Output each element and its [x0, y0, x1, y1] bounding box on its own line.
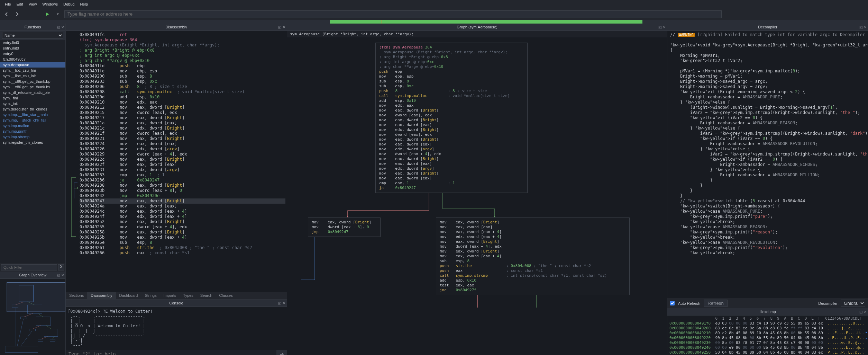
- disasm-line[interactable]: 0x08049212 mov eax, dword [Bright]: [80, 105, 285, 110]
- function-item[interactable]: sym._dl_relocate_static_pie: [0, 90, 65, 95]
- menu-windows[interactable]: Windows: [39, 1, 61, 7]
- tab-sections[interactable]: Sections: [66, 292, 87, 299]
- functions-sort-select[interactable]: Name: [2, 32, 63, 39]
- function-item[interactable]: sym._fini: [0, 95, 65, 101]
- hexdump-view[interactable]: 0 1 2 3 4 5 6 7 8 9 A B C D E F 01234567…: [667, 316, 868, 355]
- decompiler-select[interactable]: Ghidra: [841, 300, 865, 307]
- disasm-line[interactable]: 0x08049200 sub esp, 8: [80, 74, 285, 79]
- tab-imports[interactable]: Imports: [160, 292, 180, 299]
- disasm-line[interactable]: ; arg int argc @ ebp+0xc: [80, 53, 285, 58]
- function-item[interactable]: sym._init: [0, 101, 65, 106]
- function-item[interactable]: sym.Aeropause: [0, 62, 65, 68]
- disasm-line[interactable]: 0x08049258 mov eax, dword [Bright]: [80, 230, 285, 235]
- disasm-line[interactable]: 0x080491fe mov ebp, esp: [80, 69, 285, 74]
- disasm-line[interactable]: 0x08049261 push str.the ; 0x804a008 ; "t…: [80, 245, 285, 250]
- disasm-line[interactable]: ; arg char **argv @ ebp+0x10: [80, 58, 285, 63]
- auto-refresh-checkbox[interactable]: [670, 301, 675, 305]
- function-item[interactable]: sym.__x86.get_pc_thunk.bp: [0, 79, 65, 84]
- graph-node-entry[interactable]: (fcn) sym.Aeropause 364 sym.Aeropause (B…: [375, 43, 528, 193]
- disasm-line[interactable]: 0x08049206 push 8 ; 8 ; size_t size: [80, 84, 285, 89]
- restore-icon[interactable]: ◱: [278, 301, 281, 305]
- function-item[interactable]: sym.__libc_csu_fini: [0, 68, 65, 73]
- disasm-line[interactable]: 0x08049215 mov dword [eax], edx: [80, 110, 285, 115]
- tab-strings[interactable]: Strings: [141, 292, 160, 299]
- disasm-line[interactable]: 0x0804924c mov eax, dword [eax + 4]: [80, 209, 285, 214]
- function-item[interactable]: entry.init0: [0, 45, 65, 51]
- disasm-line[interactable]: 0x0804922c mov eax, dword [Bright]: [80, 157, 285, 162]
- disasm-line[interactable]: 0x0804925e sub esp, 8: [80, 240, 285, 245]
- disasm-line[interactable]: 0x0804925b mov eax, dword [eax + 4]: [80, 235, 285, 240]
- function-item[interactable]: sym.__x86.get_pc_thunk.bx: [0, 84, 65, 90]
- disasm-line[interactable]: 0x080491fc ret: [80, 32, 285, 37]
- restore-icon[interactable]: ◱: [57, 273, 60, 277]
- disasm-line[interactable]: 0x08049266 push eax ; const char *s1: [80, 250, 285, 256]
- close-icon[interactable]: ✕: [864, 25, 867, 29]
- restore-icon[interactable]: ◱: [859, 25, 862, 29]
- disasm-line[interactable]: 0x08049210 mov edx, eax: [80, 100, 285, 105]
- function-item[interactable]: sym.register_tm_clones: [0, 140, 65, 145]
- function-item[interactable]: sym.imp.malloc: [0, 123, 65, 128]
- section-minimap[interactable]: [0, 20, 868, 24]
- function-item[interactable]: sym.__libc_csu_init: [0, 73, 65, 79]
- function-item[interactable]: fcn.080490c7: [0, 56, 65, 62]
- tab-disassembly[interactable]: Disassembly: [87, 292, 116, 299]
- graph-node-false[interactable]: mov eax, dword [Bright] mov dword [eax +…: [308, 218, 381, 237]
- disasm-line[interactable]: ; arg Bright *Bright @ ebp+0x8: [80, 48, 285, 53]
- disasm-line[interactable]: 0x0804923b mov dword [eax + 8], 0: [80, 188, 285, 193]
- tab-types[interactable]: Types: [180, 292, 197, 299]
- disasm-line[interactable]: 0x0804922f mov eax, dword [eax]: [80, 162, 285, 167]
- disasm-line[interactable]: 0x0804921f mov dword [eax], edx: [80, 131, 285, 136]
- run-button[interactable]: [44, 10, 51, 18]
- tab-search[interactable]: Search: [197, 292, 216, 299]
- disasm-line[interactable]: 0x08049255 mov dword [eax + 4], edx: [80, 224, 285, 230]
- function-item[interactable]: sym.deregister_tm_clones: [0, 106, 65, 112]
- disasm-line[interactable]: 0x0804921c mov edx, dword [Bright]: [80, 126, 285, 131]
- run-dropdown-button[interactable]: [54, 10, 62, 18]
- disasm-line[interactable]: 0x0804920d add esp, 0x10: [80, 95, 285, 100]
- nav-forward-button[interactable]: [13, 10, 21, 18]
- disasm-line[interactable]: 0x08049231 mov edx, dword [argv]: [80, 167, 285, 172]
- console-send-button[interactable]: [276, 350, 287, 355]
- functions-filter-input[interactable]: [1, 264, 57, 270]
- hex-scroll-down-icon[interactable]: ▾: [865, 336, 867, 341]
- disassembly-view[interactable]: 0x080491fc ret (fcn) sym.Aeropause 364 s…: [66, 31, 287, 292]
- hex-scroll-up-icon[interactable]: ▴: [865, 330, 867, 335]
- graph-canvas[interactable]: (fcn) sym.Aeropause 364 sym.Aeropause (B…: [287, 37, 667, 355]
- disasm-line[interactable]: 0x08049252 mov eax, dword [Bright]: [80, 219, 285, 224]
- disasm-line[interactable]: (fcn) sym.Aeropause 364: [80, 37, 285, 43]
- disasm-line[interactable]: sym.Aeropause (Bright *Bright, int argc,…: [80, 43, 285, 48]
- disasm-line[interactable]: 0x08049242 jmp 0x804930e: [80, 193, 285, 198]
- disasm-line[interactable]: 0x0804924a mov eax, dword [eax]: [80, 204, 285, 209]
- close-icon[interactable]: ✕: [663, 25, 666, 29]
- disasm-line[interactable]: 0x08049238 mov eax, dword [Bright]: [80, 183, 285, 188]
- filter-clear-button[interactable]: X: [58, 264, 64, 270]
- disasm-line[interactable]: 0x08049203 sub esp, 0xc: [80, 79, 285, 84]
- close-icon[interactable]: ✕: [61, 25, 64, 29]
- restore-icon[interactable]: ◱: [57, 25, 60, 29]
- disasm-line[interactable]: 0x08049247 mov eax, dword [Bright]: [80, 198, 285, 204]
- menu-file[interactable]: File: [2, 1, 14, 7]
- restore-icon[interactable]: ◱: [658, 25, 661, 29]
- disasm-line[interactable]: 0x08049208 call sym.imp.malloc ; void *m…: [80, 89, 285, 95]
- restore-icon[interactable]: ◱: [859, 310, 862, 314]
- function-item[interactable]: sym.imp.__libc_start_main: [0, 112, 65, 117]
- disasm-line[interactable]: 0x08049226 mov edx, dword [argv]: [80, 147, 285, 152]
- graph-overview[interactable]: [0, 279, 65, 355]
- function-item[interactable]: entry.fini0: [0, 40, 65, 45]
- disasm-line[interactable]: 0x08049224 mov eax, dword [eax]: [80, 141, 285, 147]
- address-search-input[interactable]: [64, 10, 722, 18]
- close-icon[interactable]: ✕: [283, 25, 285, 29]
- disasm-line[interactable]: 0x0804921a mov eax, dword [eax]: [80, 121, 285, 126]
- console-input[interactable]: [66, 350, 276, 355]
- menu-debug[interactable]: Debug: [61, 1, 77, 7]
- refresh-button[interactable]: Refresh: [704, 300, 728, 307]
- function-item[interactable]: sym.imp.__stack_chk_fail: [0, 117, 65, 123]
- disasm-line[interactable]: 0x08049233 cmp eax, 1 ; 1: [80, 172, 285, 178]
- menu-view[interactable]: View: [26, 1, 40, 7]
- tab-classes[interactable]: Classes: [216, 292, 236, 299]
- decompiler-view[interactable]: // WARNING [r2ghidra] Failed to match ty…: [667, 31, 868, 298]
- disasm-line[interactable]: 0x080491fd push ebp: [80, 63, 285, 69]
- functions-list[interactable]: entry.fini0entry.init0entry0fcn.080490c7…: [0, 40, 65, 263]
- function-item[interactable]: sym.imp.printf: [0, 128, 65, 134]
- tab-dashboard[interactable]: Dashboard: [116, 292, 141, 299]
